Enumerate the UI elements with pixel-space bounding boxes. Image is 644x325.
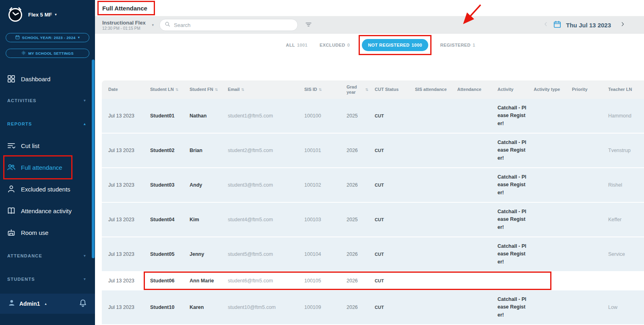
cell-email: student4@ftm5.com bbox=[221, 217, 298, 222]
next-day-chevron-icon[interactable] bbox=[620, 21, 625, 29]
cell-student-fn: Andy bbox=[183, 182, 221, 188]
date-navigator: Thu Jul 13 2023 bbox=[543, 21, 625, 30]
sidebar-item-dashboard[interactable]: Dashboard bbox=[0, 70, 95, 88]
cell-grad-year: 2026 bbox=[340, 148, 368, 153]
section-label: REPORTS bbox=[7, 121, 32, 126]
table-row-student02[interactable]: Jul 13 2023Student02Brianstudent2@ftm5.c… bbox=[102, 134, 644, 167]
cell-date: Jul 13 2023 bbox=[102, 304, 144, 310]
app-window: Flex 5 MF ▾ SCHOOL YEAR: 2023 - 2024 ▾ M… bbox=[0, 0, 644, 325]
cell-teacher-ln: Low bbox=[602, 304, 644, 310]
cell-teacher-ln: Keffer bbox=[602, 217, 644, 222]
sidebar-item-label: Excluded students bbox=[21, 186, 70, 193]
filter-tabs: ALL1001EXCLUDED0NOT REGISTERED1000REGIST… bbox=[286, 39, 475, 51]
school-year-button[interactable]: SCHOOL YEAR: 2023 - 2024 ▾ bbox=[6, 33, 89, 42]
people-icon bbox=[7, 163, 15, 171]
chevron-down-icon: ▾ bbox=[84, 277, 86, 281]
cell-activity: Catchall - Please Register! bbox=[491, 139, 527, 162]
tab-count: 1001 bbox=[297, 43, 308, 47]
dashboard-icon bbox=[7, 75, 15, 83]
sort-icon[interactable]: ⇅ bbox=[365, 88, 368, 92]
column-header-activity-type: Activity type bbox=[527, 87, 566, 92]
column-header-grad-year[interactable]: Grad year⇅ bbox=[340, 84, 368, 95]
sidebar-item-full-attendance[interactable]: Full attendance bbox=[0, 156, 95, 178]
sidebar-item-excluded-students[interactable]: Excluded students bbox=[0, 178, 95, 200]
table-row-student10[interactable]: Jul 13 2023Student10Karenstudent10@ftm5.… bbox=[102, 290, 644, 324]
chevron-down-icon: ▾ bbox=[84, 254, 86, 258]
tab-registered[interactable]: REGISTERED1 bbox=[440, 43, 475, 47]
sort-icon[interactable]: ⇅ bbox=[215, 88, 218, 92]
sidebar-item-room-use[interactable]: Room use bbox=[0, 222, 95, 243]
sort-icon[interactable]: ⇅ bbox=[319, 88, 322, 92]
column-header-student-ln[interactable]: Student LN⇅ bbox=[144, 87, 183, 92]
tab-label: REGISTERED bbox=[440, 43, 471, 47]
column-header-attendance: Attendance bbox=[451, 87, 491, 92]
search-box bbox=[159, 19, 298, 31]
attendance-table: DateStudent LN⇅Student FN⇅Email⇅SIS ID⇅G… bbox=[102, 80, 644, 325]
cell-grad-year: 2025 bbox=[340, 113, 368, 119]
cell-sis-id: 100102 bbox=[298, 182, 340, 188]
sidebar-section-activities[interactable]: ACTIVITIES▾ bbox=[0, 90, 95, 111]
tab-excluded[interactable]: EXCLUDED0 bbox=[320, 43, 350, 47]
user-name: Admin1 bbox=[19, 300, 40, 307]
tab-not-registered[interactable]: NOT REGISTERED1000 bbox=[362, 39, 428, 51]
cell-student-ln: Student06 bbox=[144, 278, 183, 284]
chevron-down-icon: ▾ bbox=[55, 13, 57, 16]
table-row-student03[interactable]: Jul 13 2023Student03Andystudent3@ftm5.co… bbox=[102, 168, 644, 202]
table-row-student05[interactable]: Jul 13 2023Student05Jennystudent5@ftm5.c… bbox=[102, 237, 644, 271]
sidebar-section-reports[interactable]: REPORTS▴ bbox=[0, 113, 95, 135]
section-label: ACTIVITIES bbox=[7, 98, 37, 103]
cell-activity: Catchall - Please Register! bbox=[491, 173, 527, 197]
table-row-student06[interactable]: Jul 13 2023Student06Ann Mariestudent6@ft… bbox=[102, 272, 644, 290]
cell-date: Jul 13 2023 bbox=[102, 182, 144, 188]
tab-count: 0 bbox=[347, 43, 350, 47]
chevron-down-icon: ▾ bbox=[84, 99, 86, 103]
title-bar: Full Attendance bbox=[95, 0, 644, 16]
sort-icon[interactable]: ⇅ bbox=[241, 88, 244, 92]
app-name: Flex 5 MF bbox=[28, 12, 52, 18]
user-icon bbox=[8, 299, 15, 308]
chevron-down-icon: ▾ bbox=[78, 36, 80, 39]
sidebar-nav: DashboardACTIVITIES▾REPORTS▴Cut listFull… bbox=[0, 70, 95, 290]
notifications-bell-icon[interactable] bbox=[79, 299, 87, 309]
cell-student-ln: Student02 bbox=[144, 148, 183, 153]
cell-student-ln: Student03 bbox=[144, 182, 183, 188]
column-header-sis-id[interactable]: SIS ID⇅ bbox=[298, 87, 340, 92]
column-header-activity: Activity bbox=[491, 87, 527, 92]
filter-icon[interactable] bbox=[305, 21, 312, 29]
app-switcher[interactable]: Flex 5 MF ▾ bbox=[28, 12, 57, 18]
sidebar-item-label: Attendance activity bbox=[21, 208, 72, 214]
cell-student-ln: Student04 bbox=[144, 217, 183, 222]
cell-teacher-ln: Service bbox=[602, 251, 644, 257]
sidebar-section-attendance[interactable]: ATTENDANCE▾ bbox=[0, 245, 95, 267]
tab-all[interactable]: ALL1001 bbox=[286, 43, 308, 47]
table-row-student04[interactable]: Jul 13 2023Student04Kimstudent4@ftm5.com… bbox=[102, 203, 644, 237]
school-settings-button[interactable]: MY SCHOOL SETTINGS bbox=[6, 49, 89, 58]
app-logo-clock-icon bbox=[6, 6, 24, 23]
column-header-teacher-ln: Teacher LN bbox=[602, 87, 644, 92]
user-menu[interactable]: Admin1 ▴ bbox=[0, 294, 95, 314]
tab-label: EXCLUDED bbox=[320, 43, 345, 47]
cell-email: student3@ftm5.com bbox=[221, 182, 298, 188]
search-input[interactable] bbox=[174, 22, 293, 28]
chevron-up-icon: ▴ bbox=[84, 122, 86, 126]
table-row-student01[interactable]: Jul 13 2023Student01Nathanstudent1@ftm5.… bbox=[102, 99, 644, 133]
cell-sis-id: 100101 bbox=[298, 148, 340, 153]
column-header-priority: Priority bbox=[566, 87, 602, 92]
column-header-student-fn[interactable]: Student FN⇅ bbox=[183, 87, 221, 92]
sidebar-item-attendance-activity[interactable]: Attendance activity bbox=[0, 200, 95, 222]
sidebar-item-cut-list[interactable]: Cut list bbox=[0, 135, 95, 156]
cell-grad-year: 2025 bbox=[340, 217, 368, 222]
sidebar-section-students[interactable]: STUDENTS▾ bbox=[0, 268, 95, 290]
cell-teacher-ln: Tvenstrup bbox=[602, 148, 644, 153]
sort-icon[interactable]: ⇅ bbox=[175, 88, 179, 92]
calendar-icon[interactable] bbox=[553, 21, 561, 30]
prev-day-chevron-icon[interactable] bbox=[543, 21, 549, 29]
cell-activity: Catchall - Please Register! bbox=[491, 296, 527, 319]
gear-icon bbox=[21, 51, 26, 56]
sidebar-scrollbar[interactable] bbox=[92, 60, 95, 258]
filter-tabs-row: ALL1001EXCLUDED0NOT REGISTERED1000REGIST… bbox=[95, 34, 644, 56]
cell-cut-status: CUT bbox=[368, 305, 409, 310]
cell-date: Jul 13 2023 bbox=[102, 217, 144, 222]
column-header-email[interactable]: Email⇅ bbox=[221, 87, 298, 92]
activity-selector[interactable]: Instructional Flex 12:30 PM - 01:15 PM ▾ bbox=[102, 20, 154, 31]
